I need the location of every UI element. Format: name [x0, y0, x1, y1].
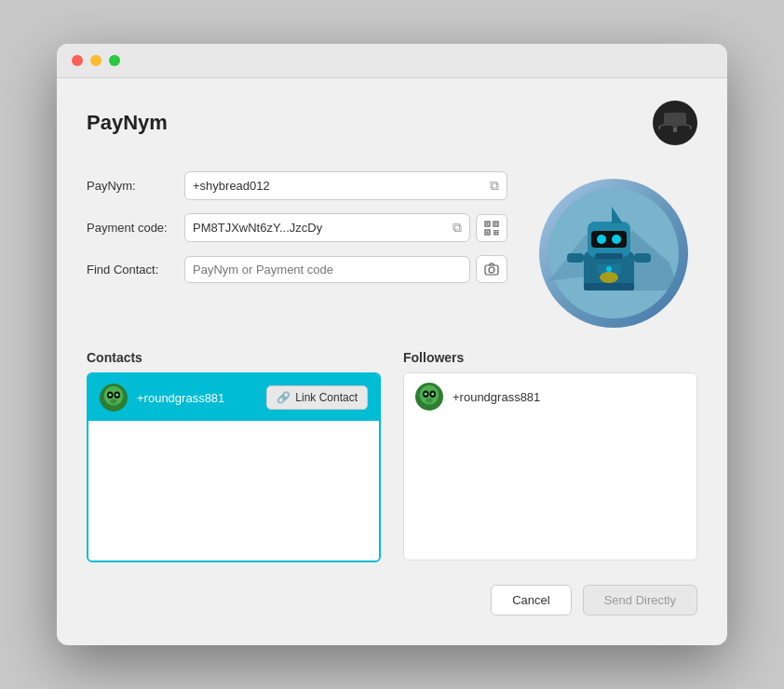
svg-point-30 — [612, 235, 621, 244]
svg-rect-36 — [584, 283, 634, 290]
svg-rect-34 — [567, 253, 584, 263]
svg-rect-3 — [677, 126, 690, 133]
table-row[interactable]: +roundgrass881 🔗 Link Contact — [88, 374, 379, 421]
avatar — [100, 384, 128, 412]
followers-panel: Followers — [403, 350, 697, 562]
bottom-section: Contacts — [87, 350, 697, 562]
followers-title: Followers — [403, 350, 697, 365]
qr-icon — [484, 221, 499, 236]
svg-rect-19 — [497, 234, 499, 236]
cancel-button[interactable]: Cancel — [491, 585, 571, 615]
svg-point-21 — [489, 267, 494, 273]
robot-avatar-svg — [548, 188, 679, 318]
qr-button[interactable] — [476, 214, 507, 242]
follower-name: +roundgrass881 — [453, 390, 685, 404]
window-body: PayNym PayNym: — [57, 78, 727, 645]
svg-point-48 — [431, 393, 434, 396]
title-bar — [57, 44, 727, 78]
table-row[interactable]: +roundgrass881 — [404, 373, 696, 420]
contact-name: +roundgrass881 — [137, 391, 257, 405]
main-window: PayNym PayNym: — [57, 44, 727, 645]
link-icon: 🔗 — [277, 391, 291, 404]
page-title: PayNym — [87, 111, 168, 135]
payment-code-input[interactable] — [193, 221, 447, 235]
footer-buttons: Cancel Send Directly — [87, 585, 697, 615]
svg-point-49 — [426, 399, 432, 402]
svg-rect-6 — [487, 223, 489, 224]
followers-list: +roundgrass881 — [403, 372, 697, 561]
payment-code-input-wrapper: ⧉ — [184, 213, 470, 242]
robot-hat-icon — [653, 101, 697, 145]
svg-rect-31 — [595, 253, 623, 259]
send-directly-button[interactable]: Send Directly — [583, 585, 697, 615]
alien-icon — [416, 384, 442, 410]
svg-rect-15 — [495, 232, 497, 234]
svg-rect-17 — [493, 234, 495, 236]
left-panel: PayNym: ⧉ Payment code: ⧉ — [87, 171, 507, 328]
paynym-form-group: PayNym: ⧉ — [87, 171, 507, 200]
payment-code-form-group: Payment code: ⧉ — [87, 213, 507, 242]
followers-empty-area — [404, 420, 696, 560]
svg-rect-11 — [493, 230, 495, 232]
svg-rect-28 — [591, 231, 627, 248]
close-button[interactable] — [72, 55, 83, 66]
window-header: PayNym — [87, 101, 697, 145]
svg-point-47 — [425, 393, 427, 396]
alien-icon — [101, 385, 127, 411]
svg-rect-12 — [495, 230, 497, 232]
svg-rect-14 — [493, 232, 495, 234]
svg-point-37 — [600, 272, 618, 283]
contacts-empty-area — [88, 421, 379, 561]
svg-point-29 — [597, 235, 606, 244]
content-area: PayNym: ⧉ Payment code: ⧉ — [87, 171, 697, 328]
user-avatar — [539, 179, 688, 328]
link-contact-label: Link Contact — [295, 391, 358, 404]
svg-rect-18 — [495, 234, 497, 236]
find-contact-input-wrapper — [184, 256, 470, 283]
svg-point-43 — [110, 399, 116, 403]
svg-rect-13 — [497, 230, 499, 232]
avatar — [415, 383, 443, 411]
paynym-label: PayNym: — [87, 179, 184, 193]
camera-button[interactable] — [476, 255, 507, 283]
svg-point-41 — [109, 394, 112, 397]
camera-icon — [484, 262, 499, 277]
hat-svg — [656, 109, 694, 137]
svg-rect-1 — [664, 113, 686, 128]
svg-rect-16 — [497, 232, 499, 234]
minimize-button[interactable] — [90, 55, 101, 66]
contacts-panel: Contacts — [87, 350, 381, 562]
svg-rect-2 — [660, 126, 673, 133]
svg-rect-8 — [495, 223, 497, 224]
maximize-button[interactable] — [109, 55, 120, 66]
payment-code-label: Payment code: — [87, 221, 184, 235]
link-contact-button[interactable]: 🔗 Link Contact — [266, 385, 368, 410]
copy-icon-2: ⧉ — [453, 220, 462, 236]
svg-rect-10 — [487, 231, 489, 233]
svg-rect-35 — [634, 253, 651, 263]
contacts-title: Contacts — [87, 350, 381, 365]
svg-point-42 — [115, 394, 118, 397]
find-contact-input[interactable] — [193, 263, 462, 277]
paynym-input-wrapper: ⧉ — [184, 171, 507, 200]
find-contact-form-group: Find Contact: — [87, 255, 507, 283]
find-contact-label: Find Contact: — [87, 263, 184, 277]
contacts-list: +roundgrass881 🔗 Link Contact — [87, 372, 381, 562]
paynym-input[interactable] — [193, 179, 484, 193]
copy-icon: ⧉ — [490, 178, 499, 194]
svg-point-33 — [606, 266, 612, 272]
right-panel — [530, 171, 697, 328]
